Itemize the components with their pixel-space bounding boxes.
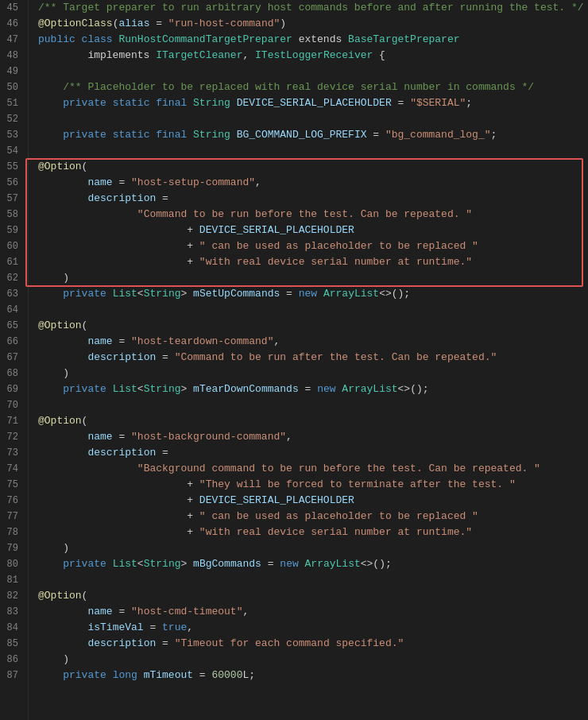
code-line (38, 143, 588, 159)
plain-token (38, 288, 63, 300)
plain-token: ) (280, 17, 286, 29)
code-editor: 4546474849505152535455565758596061626364… (0, 0, 588, 720)
line-number: 50 (6, 79, 18, 95)
code-line: + DEVICE_SERIAL_PLACEHOLDER (38, 493, 588, 509)
variable-token: DEVICE_SERIAL_PLACEHOLDER (199, 224, 354, 236)
variable-token: description (87, 351, 156, 363)
plain-token (38, 669, 63, 681)
plain-token: = (149, 17, 168, 29)
code-line: + " can be used as placeholder to be rep… (38, 509, 588, 525)
plain-token: L; (242, 669, 255, 681)
line-number: 85 (6, 636, 18, 652)
code-line: ) (38, 652, 588, 668)
code-line: @OptionClass(alias = "run-host-command") (38, 16, 588, 32)
variable-token: description (87, 637, 156, 649)
code-line: public class RunHostCommandTargetPrepare… (38, 32, 588, 48)
variable-token: mTimeout (144, 669, 193, 681)
code-line: ) (38, 270, 588, 286)
plain-token: = (113, 176, 131, 188)
code-line: + "They will be forced to terminate afte… (38, 477, 588, 493)
code-line: private long mTimeout = 60000L; (38, 668, 588, 683)
code-line: isTimeVal = true, (38, 620, 588, 636)
string-token: " can be used as placeholder to be repla… (199, 510, 478, 522)
plain-token: = (392, 97, 410, 109)
string-token: "bg_command_log_" (385, 129, 491, 141)
line-number: 48 (6, 48, 18, 64)
plain-token: = (156, 351, 174, 363)
plain-token: implements (38, 49, 156, 61)
plain-token (230, 97, 237, 109)
plain-token: < (137, 288, 144, 300)
plain-token: + (38, 526, 199, 538)
line-number: 57 (6, 191, 18, 207)
variable-token: name (87, 176, 112, 188)
plain-token: = (367, 129, 385, 141)
code-line: /** Target preparer to run arbitrary hos… (38, 0, 588, 16)
line-number: 87 (6, 668, 18, 683)
plain-token: ( (82, 319, 88, 331)
line-number: 67 (6, 350, 18, 366)
variable-token: name (87, 606, 112, 617)
line-number: 47 (6, 32, 18, 48)
plain-token: , (242, 606, 249, 617)
code-line: + "with real device serial number at run… (38, 525, 588, 540)
line-number: 76 (6, 493, 18, 509)
plain-token: { (373, 49, 385, 61)
class-token: List (113, 288, 137, 300)
code-line: "Command to be run before the test. Can … (38, 207, 588, 223)
plain-token: , (187, 621, 193, 633)
plain-token: = (299, 383, 317, 395)
variable-token: description (87, 447, 156, 459)
code-line: @Option( (38, 159, 588, 175)
code-line: private static final String DEVICE_SERIA… (38, 95, 588, 111)
line-number: 56 (6, 175, 18, 191)
plain-token: ) (38, 653, 69, 665)
plain-token: <>(); (398, 383, 429, 395)
line-number: 77 (6, 509, 18, 525)
code-line: "Background command to be run before the… (38, 461, 588, 477)
line-number: 65 (6, 318, 18, 334)
plain-token (38, 558, 63, 570)
code-line: description = "Timeout for each command … (38, 636, 588, 652)
line-number: 58 (6, 207, 18, 223)
plain-token: + (38, 478, 199, 490)
plain-token (38, 606, 87, 617)
plain-token (38, 463, 137, 474)
line-number: 52 (6, 111, 18, 127)
keyword-token: private static final (63, 97, 193, 109)
code-line: description = (38, 191, 588, 207)
plain-token: = (156, 447, 168, 459)
string-token: "Command to be run after the test. Can b… (175, 351, 497, 363)
line-number: 86 (6, 652, 18, 668)
plain-token: < (137, 558, 144, 570)
line-number: 62 (6, 270, 18, 286)
code-line (38, 64, 588, 79)
number-token: 60000 (211, 669, 242, 681)
plain-token: > (180, 383, 193, 395)
code-line: implements ITargetCleaner, ITestLoggerRe… (38, 48, 588, 64)
class-token: List (113, 558, 137, 570)
line-number: 81 (6, 572, 18, 588)
code-line: private List<String> mBgCommands = new A… (38, 556, 588, 572)
plain-token: = (280, 288, 298, 300)
variable-token: name (87, 335, 112, 347)
code-line: description = (38, 445, 588, 461)
keyword-token: private (63, 558, 112, 570)
line-number: 70 (6, 397, 18, 413)
plain-token (38, 637, 87, 649)
line-number: 74 (6, 461, 18, 477)
code-line (38, 572, 588, 588)
variable-token: alias (118, 17, 149, 29)
string-token: "$SERIAL" (410, 97, 466, 109)
plain-token (38, 621, 87, 633)
code-line: name = "host-cmd-timeout", (38, 604, 588, 620)
line-number: 75 (6, 477, 18, 493)
code-line: name = "host-background-command", (38, 429, 588, 445)
variable-token: mTearDownCommands (193, 383, 299, 395)
keyword-token: private long (63, 669, 143, 681)
plain-token: + (38, 256, 199, 268)
line-number: 51 (6, 95, 18, 111)
string-token: "host-cmd-timeout" (131, 606, 242, 617)
annotation-token: @OptionClass (38, 17, 113, 29)
string-token: "host-teardown-command" (131, 335, 273, 347)
